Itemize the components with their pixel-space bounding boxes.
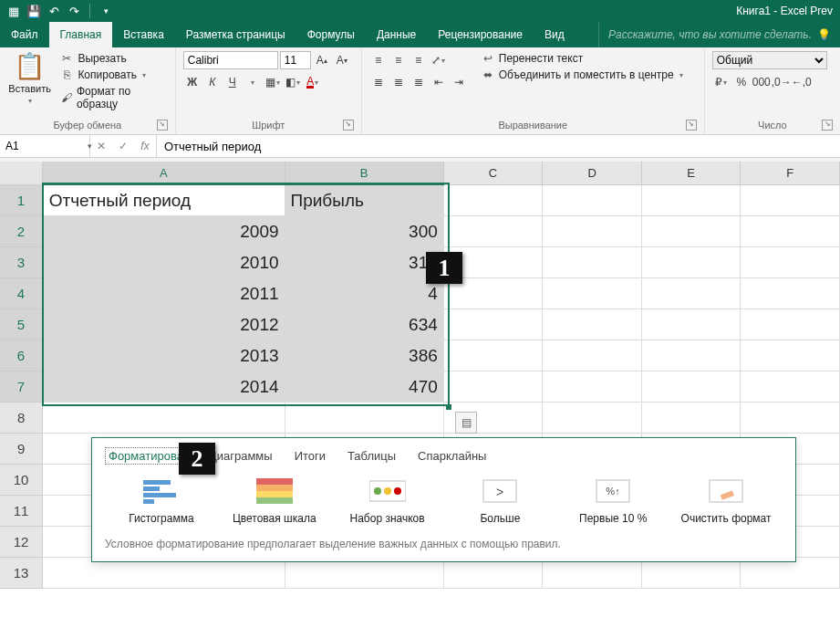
row-header-8[interactable]: 8 — [0, 403, 43, 434]
cell-B6[interactable]: 386 — [285, 340, 443, 371]
bold-button[interactable]: Ж — [183, 73, 202, 91]
qa-tab-charts[interactable]: Диаграммы — [209, 447, 273, 465]
qa-tab-formatting[interactable]: Форматирова — [105, 447, 187, 465]
font-launcher[interactable]: ↘ — [343, 120, 354, 131]
row-header-6[interactable]: 6 — [0, 340, 43, 371]
accept-formula-button[interactable]: ✓ — [112, 140, 134, 152]
col-header-E[interactable]: E — [641, 162, 741, 184]
cell-D8[interactable] — [543, 403, 642, 434]
cell-B1[interactable]: Прибыль — [285, 184, 443, 216]
cell-E8[interactable] — [641, 403, 741, 434]
qa-item-greater[interactable]: > Больше — [450, 477, 550, 525]
font-size-input[interactable] — [280, 51, 311, 69]
number-launcher[interactable]: ↘ — [822, 120, 833, 131]
cell-F5[interactable] — [741, 309, 840, 340]
tab-data[interactable]: Данные — [366, 22, 427, 47]
tab-formulas[interactable]: Формулы — [296, 22, 366, 47]
row-header-9[interactable]: 9 — [0, 434, 43, 465]
cell-F7[interactable] — [741, 371, 840, 403]
cell-A7[interactable]: 2014 — [43, 371, 285, 403]
cell-F1[interactable] — [741, 184, 840, 216]
cell-A4[interactable]: 2011 — [43, 278, 285, 309]
increase-decimal-button[interactable]: ,0→ — [773, 73, 791, 91]
cell-E1[interactable] — [641, 184, 741, 216]
align-bottom-button[interactable]: ≡ — [410, 51, 428, 69]
cell-C6[interactable] — [443, 340, 543, 371]
cell-B4[interactable]: 4 — [285, 278, 443, 309]
merge-center-button[interactable]: ⬌Объединить и поместить в центре▾ — [479, 68, 685, 82]
format-painter-button[interactable]: 🖌Формат по образцу — [57, 84, 167, 111]
shrink-font-button[interactable]: A▾ — [333, 51, 351, 69]
align-right-button[interactable]: ≣ — [410, 73, 428, 91]
row-header-4[interactable]: 4 — [0, 278, 43, 309]
row-header-2[interactable]: 2 — [0, 216, 43, 247]
tab-file[interactable]: Файл — [0, 22, 49, 47]
cell-D6[interactable] — [543, 340, 642, 371]
row-header-3[interactable]: 3 — [0, 247, 43, 278]
cell-B3[interactable]: 315 — [285, 247, 443, 278]
col-header-B[interactable]: B — [285, 162, 443, 184]
tab-review[interactable]: Рецензирование — [427, 22, 534, 47]
cell-E2[interactable] — [641, 216, 741, 247]
cell-F3[interactable] — [741, 247, 840, 278]
cancel-formula-button[interactable]: ✕ — [90, 140, 112, 152]
row-header-7[interactable]: 7 — [0, 371, 43, 403]
orientation-button[interactable]: ⤢▾ — [430, 51, 448, 69]
qa-item-iconset[interactable]: Набор значков — [337, 477, 438, 525]
cell-C2[interactable] — [443, 216, 543, 247]
align-top-button[interactable]: ≡ — [369, 51, 388, 69]
font-color-button[interactable]: A▾ — [304, 73, 322, 91]
col-header-F[interactable]: F — [741, 162, 840, 184]
paste-button[interactable]: 📋 Вставить▾ — [7, 51, 52, 106]
font-name-input[interactable] — [183, 51, 278, 69]
redo-icon[interactable]: ↷ — [66, 3, 82, 19]
cell-E3[interactable] — [641, 247, 741, 278]
qa-item-databar[interactable]: Гистограмма — [111, 477, 212, 525]
cell-B5[interactable]: 634 — [285, 309, 443, 340]
name-box[interactable] — [0, 140, 84, 152]
indent-inc-button[interactable]: ⇥ — [450, 73, 468, 91]
comma-format-button[interactable]: 000 — [752, 73, 771, 91]
cell-A6[interactable]: 2013 — [43, 340, 285, 371]
col-header-A[interactable]: A — [43, 162, 285, 184]
cell-D2[interactable] — [543, 216, 642, 247]
formula-input[interactable] — [157, 135, 840, 157]
cell-C5[interactable] — [443, 309, 543, 340]
row-header-5[interactable]: 5 — [0, 309, 43, 340]
cell-E7[interactable] — [641, 371, 741, 403]
decrease-decimal-button[interactable]: ←,0 — [793, 73, 811, 91]
align-middle-button[interactable]: ≡ — [389, 51, 408, 69]
qa-item-top10[interactable]: %↑ Первые 10 % — [563, 477, 663, 525]
cell-F2[interactable] — [741, 216, 840, 247]
col-header-D[interactable]: D — [543, 162, 642, 184]
fx-button[interactable]: fx — [134, 140, 156, 152]
underline-dd[interactable]: ▾ — [244, 73, 262, 91]
cell-B8[interactable] — [285, 403, 443, 434]
copy-button[interactable]: ⎘Копировать▾ — [57, 68, 167, 82]
align-center-button[interactable]: ≣ — [389, 73, 408, 91]
tab-page-layout[interactable]: Разметка страницы — [175, 22, 296, 47]
alignment-launcher[interactable]: ↘ — [686, 120, 697, 131]
cell-D3[interactable] — [543, 247, 642, 278]
cell-D7[interactable] — [543, 371, 642, 403]
tab-view[interactable]: Вид — [534, 22, 576, 47]
row-header-1[interactable]: 1 — [0, 184, 43, 216]
tab-insert[interactable]: Вставка — [112, 22, 175, 47]
underline-button[interactable]: Ч — [223, 73, 242, 91]
spreadsheet-grid[interactable]: ABCDEF1Отчетный периодПрибыль22009300320… — [0, 162, 840, 617]
row-header-10[interactable]: 10 — [0, 465, 43, 496]
quick-analysis-button[interactable]: ▤ — [455, 412, 477, 434]
row-header-13[interactable]: 13 — [0, 558, 43, 589]
qa-item-clear[interactable]: Очистить формат — [676, 477, 776, 525]
border-button[interactable]: ▦▾ — [264, 73, 282, 91]
qat-customize-icon[interactable]: ▾ — [98, 3, 114, 19]
grow-font-button[interactable]: A▴ — [313, 51, 331, 69]
percent-format-button[interactable]: % — [732, 73, 751, 91]
indent-dec-button[interactable]: ⇤ — [430, 73, 448, 91]
cell-D5[interactable] — [543, 309, 642, 340]
cell-E5[interactable] — [641, 309, 741, 340]
tab-home[interactable]: Главная — [49, 22, 113, 47]
cell-A3[interactable]: 2010 — [43, 247, 285, 278]
cell-C1[interactable] — [443, 184, 543, 216]
qa-tab-tables[interactable]: Таблицы — [347, 447, 396, 465]
